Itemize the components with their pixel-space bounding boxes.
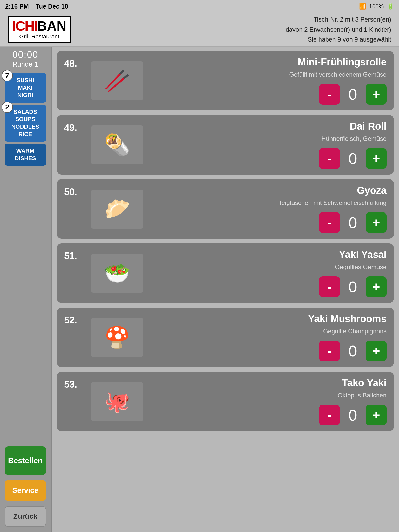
quantity-value: 0 bbox=[345, 278, 361, 296]
menu-card-1: 48. 🥢 Mini-Frühlingsrolle Gefüllt mit ve… bbox=[57, 51, 394, 110]
menu-description: Hühnerfleisch, Gemüse bbox=[321, 135, 387, 142]
menu-number: 52. bbox=[64, 313, 82, 326]
logo-ban: BAN bbox=[37, 18, 66, 34]
selection-info: Sie haben 9 von 9 ausgewählt bbox=[285, 35, 391, 44]
plus-button[interactable]: + bbox=[366, 212, 387, 233]
menu-name: Dai Roll bbox=[350, 121, 387, 132]
bestellen-button[interactable]: Bestellen bbox=[5, 446, 46, 475]
sidebar: 00:00 Runde 1 7 SUSHIMAKINIGRI 2 SALADSS… bbox=[0, 47, 51, 532]
menu-description: Gegrillte Champignons bbox=[323, 328, 387, 335]
menu-info: Tako Yaki Oktopus Bällchen - 0 + bbox=[152, 377, 387, 425]
menu-name: Gyoza bbox=[357, 185, 387, 196]
menu-card-6: 53. 🐙 Tako Yaki Oktopus Bällchen - 0 + bbox=[57, 372, 394, 431]
quantity-value: 0 bbox=[345, 342, 361, 360]
quantity-value: 0 bbox=[345, 214, 361, 232]
food-emoji: 🍄 bbox=[91, 318, 143, 357]
plus-button[interactable]: + bbox=[366, 276, 387, 297]
menu-info: Gyoza Teigtaschen mit Schweinefleischfül… bbox=[152, 185, 387, 233]
status-time: 2:16 PM bbox=[5, 3, 29, 10]
menu-info: Yaki Mushrooms Gegrillte Champignons - 0… bbox=[152, 313, 387, 361]
menu-description: Gefüllt mit verschiedenem Gemüse bbox=[289, 71, 387, 78]
category-salads[interactable]: 2 SALADSSOUPSNODDLESRICE bbox=[5, 105, 46, 142]
menu-description: Gegrilltes Gemüse bbox=[335, 263, 387, 271]
food-emoji: 🐙 bbox=[91, 382, 143, 421]
logo-container: ICHIBAN Grill-Restaurant bbox=[8, 16, 71, 43]
quantity-value: 0 bbox=[345, 85, 361, 103]
battery-text: 100% bbox=[369, 3, 384, 10]
status-icons: 📶 100% 🔋 bbox=[359, 3, 394, 10]
menu-info: Yaki Yasai Gegrilltes Gemüse - 0 + bbox=[152, 249, 387, 297]
menu-description: Oktopus Bällchen bbox=[338, 392, 387, 399]
timer-round: Runde 1 bbox=[12, 60, 38, 68]
quantity-control: - 0 + bbox=[319, 276, 387, 297]
menu-number: 50. bbox=[64, 185, 82, 197]
menu-image: 🐙 bbox=[89, 381, 146, 422]
table-info: Tisch-Nr. 2 mit 3 Person(en) bbox=[285, 15, 391, 24]
header-info: Tisch-Nr. 2 mit 3 Person(en) davon 2 Erw… bbox=[285, 15, 391, 44]
minus-button[interactable]: - bbox=[319, 148, 340, 169]
menu-number: 49. bbox=[64, 121, 82, 133]
menu-name: Yaki Mushrooms bbox=[308, 313, 387, 324]
plus-button[interactable]: + bbox=[366, 148, 387, 169]
quantity-value: 0 bbox=[345, 150, 361, 168]
minus-button[interactable]: - bbox=[319, 276, 340, 297]
minus-button[interactable]: - bbox=[319, 405, 340, 425]
menu-name: Tako Yaki bbox=[342, 377, 387, 389]
category-salads-badge: 2 bbox=[2, 102, 13, 113]
quantity-control: - 0 + bbox=[319, 84, 387, 105]
main-layout: 00:00 Runde 1 7 SUSHIMAKINIGRI 2 SALADSS… bbox=[0, 47, 399, 532]
battery-icon: 🔋 bbox=[387, 3, 394, 10]
minus-button[interactable]: - bbox=[319, 212, 340, 233]
food-emoji: 🌯 bbox=[91, 125, 143, 164]
plus-button[interactable]: + bbox=[366, 341, 387, 361]
logo-row: ICHIBAN bbox=[12, 19, 66, 33]
timer-block: 00:00 Runde 1 bbox=[12, 49, 38, 68]
logo-box: ICHIBAN Grill-Restaurant bbox=[8, 16, 71, 43]
minus-button[interactable]: - bbox=[319, 341, 340, 361]
food-emoji: 🥗 bbox=[91, 254, 143, 293]
status-date: Tue Dec 10 bbox=[36, 3, 68, 10]
food-emoji: 🥟 bbox=[91, 190, 143, 229]
quantity-control: - 0 + bbox=[319, 212, 387, 233]
plus-button[interactable]: + bbox=[366, 84, 387, 105]
category-sushi-label: SUSHIMAKINIGRI bbox=[7, 77, 44, 99]
quantity-value: 0 bbox=[345, 406, 361, 424]
menu-image: 🌯 bbox=[89, 124, 146, 166]
logo-ichi: ICHI bbox=[12, 18, 37, 34]
category-warm-label: WARMDISHES bbox=[7, 147, 44, 162]
category-sushi-badge: 7 bbox=[2, 70, 13, 81]
status-time-date: 2:16 PM Tue Dec 10 bbox=[5, 3, 68, 10]
menu-image: 🥗 bbox=[89, 252, 146, 294]
logo-sub: Grill-Restaurant bbox=[12, 33, 66, 40]
menu-image: 🍄 bbox=[89, 317, 146, 358]
table-details: davon 2 Erwachsene(r) und 1 Kind(er) bbox=[285, 25, 391, 35]
quantity-control: - 0 + bbox=[319, 405, 387, 425]
category-salads-label: SALADSSOUPSNODDLESRICE bbox=[7, 108, 44, 138]
menu-number: 48. bbox=[64, 57, 82, 69]
quantity-control: - 0 + bbox=[319, 148, 387, 169]
zuruck-button[interactable]: Zurück bbox=[5, 506, 46, 527]
menu-info: Mini-Frühlingsrolle Gefüllt mit verschie… bbox=[152, 57, 387, 105]
menu-number: 53. bbox=[64, 377, 82, 390]
menu-card-3: 50. 🥟 Gyoza Teigtaschen mit Schweineflei… bbox=[57, 179, 394, 239]
menu-card-4: 51. 🥗 Yaki Yasai Gegrilltes Gemüse - 0 + bbox=[57, 243, 394, 303]
service-button[interactable]: Service bbox=[5, 480, 46, 501]
minus-button[interactable]: - bbox=[319, 84, 340, 105]
plus-button[interactable]: + bbox=[366, 405, 387, 425]
app-header: ICHIBAN Grill-Restaurant Tisch-Nr. 2 mit… bbox=[0, 13, 399, 47]
menu-card-2: 49. 🌯 Dai Roll Hühnerfleisch, Gemüse - 0… bbox=[57, 115, 394, 175]
content-area[interactable]: 48. 🥢 Mini-Frühlingsrolle Gefüllt mit ve… bbox=[52, 47, 399, 532]
quantity-control: - 0 + bbox=[319, 341, 387, 361]
menu-description: Teigtaschen mit Schweinefleischfüllung bbox=[278, 199, 387, 207]
wifi-icon: 📶 bbox=[359, 3, 366, 10]
category-warm[interactable]: WARMDISHES bbox=[5, 144, 46, 166]
status-bar: 2:16 PM Tue Dec 10 📶 100% 🔋 bbox=[0, 0, 399, 13]
menu-name: Mini-Frühlingsrolle bbox=[298, 57, 387, 68]
timer-display: 00:00 bbox=[12, 49, 38, 60]
menu-info: Dai Roll Hühnerfleisch, Gemüse - 0 + bbox=[152, 121, 387, 169]
category-sushi[interactable]: 7 SUSHIMAKINIGRI bbox=[5, 73, 46, 103]
menu-card-5: 52. 🍄 Yaki Mushrooms Gegrillte Champigno… bbox=[57, 308, 394, 367]
menu-number: 51. bbox=[64, 249, 82, 262]
menu-image: 🥟 bbox=[89, 188, 146, 230]
menu-image: 🥢 bbox=[89, 60, 146, 102]
